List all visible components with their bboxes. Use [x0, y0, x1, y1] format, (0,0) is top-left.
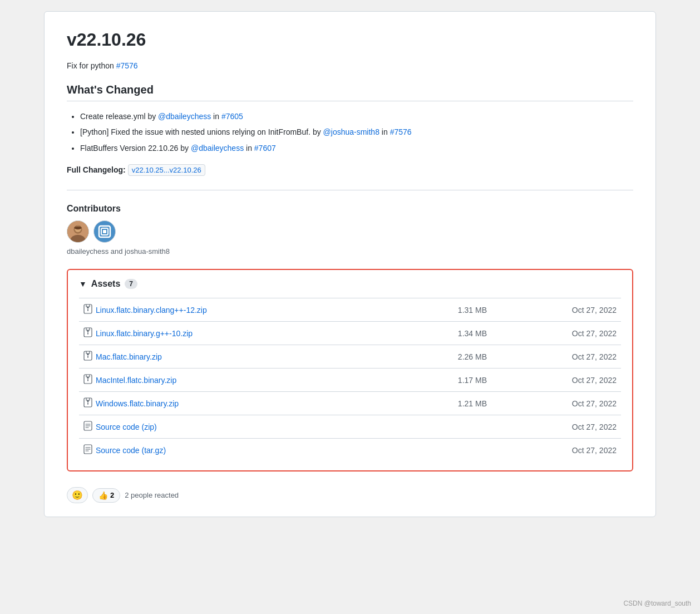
zip-icon — [83, 397, 92, 409]
svg-rect-15 — [87, 333, 88, 335]
smiley-icon: 🙂 — [72, 490, 83, 500]
avatar[interactable] — [67, 220, 89, 243]
list-item: FlatBuffers Version 22.10.26 by @dbailey… — [80, 142, 633, 154]
release-page: v22.10.26 Fix for python #7576 What's Ch… — [44, 11, 656, 517]
asset-name-cell: Source code (zip) — [79, 415, 400, 439]
change-text-middle: in — [379, 127, 390, 136]
svg-rect-21 — [87, 377, 89, 379]
contributors-section: Contributors dbailey — [67, 204, 633, 256]
asset-size: 2.26 MB — [400, 345, 491, 369]
author-link[interactable]: @joshua-smith8 — [323, 127, 379, 136]
svg-rect-19 — [87, 357, 88, 358]
table-row: Linux.flatc.binary.clang++-12.zip 1.31 M… — [79, 298, 621, 322]
table-row: Mac.flatc.binary.zip 2.26 MB Oct 27, 202… — [79, 345, 621, 369]
asset-name-cell: Linux.flatc.binary.g++-10.zip — [79, 322, 400, 345]
contributor-avatars — [67, 220, 633, 243]
svg-rect-22 — [87, 379, 88, 380]
full-changelog-link[interactable]: v22.10.25...v22.10.26 — [128, 164, 205, 176]
source-icon — [83, 421, 92, 433]
zip-icon — [83, 374, 92, 386]
asset-size: 1.34 MB — [400, 322, 491, 345]
zip-icon — [83, 304, 92, 316]
table-row: Linux.flatc.binary.g++-10.zip 1.34 MB Oc… — [79, 322, 621, 345]
full-changelog-label: Full Changelog: — [67, 165, 126, 174]
asset-link[interactable]: MacIntel.flatc.binary.zip — [96, 376, 176, 385]
contributors-divider — [67, 190, 633, 190]
list-item: Create release.yml by @dbaileychess in #… — [80, 110, 633, 122]
asset-size: 1.17 MB — [400, 369, 491, 392]
change-text-middle: in — [211, 112, 221, 121]
asset-date: Oct 27, 2022 — [491, 415, 621, 439]
source-icon — [83, 444, 92, 456]
reaction-text: 2 people reacted — [125, 491, 179, 499]
zip-icon — [83, 327, 92, 339]
asset-link[interactable]: Linux.flatc.binary.clang++-12.zip — [96, 306, 207, 315]
svg-rect-17 — [87, 353, 89, 355]
asset-name-cell: Mac.flatc.binary.zip — [79, 345, 400, 369]
add-reaction-button[interactable]: 🙂 — [67, 487, 88, 503]
avatar-image — [67, 220, 88, 243]
changes-list: Create release.yml by @dbaileychess in #… — [67, 110, 633, 154]
reaction-count: 2 — [110, 491, 114, 499]
contributor-names: dbaileychess and joshua-smith8 — [67, 247, 633, 256]
table-row: MacIntel.flatc.binary.zip 1.17 MB Oct 27… — [79, 369, 621, 392]
table-row: Source code (zip) Oct 27, 2022 — [79, 415, 621, 439]
svg-rect-27 — [87, 404, 88, 405]
table-row: Windows.flatc.binary.zip 1.21 MB Oct 27,… — [79, 392, 621, 415]
reactions-row: 🙂 👍 2 2 people reacted — [67, 483, 633, 503]
fix-issue-link[interactable]: #7576 — [116, 61, 138, 70]
asset-date: Oct 27, 2022 — [491, 298, 621, 322]
source-code-targz-link[interactable]: Source code (tar.gz) — [96, 446, 166, 455]
svg-rect-10 — [87, 309, 88, 310]
asset-name-cell: Source code (tar.gz) — [79, 439, 400, 462]
asset-name-cell: Linux.flatc.binary.clang++-12.zip — [79, 298, 400, 322]
asset-size: 1.21 MB — [400, 392, 491, 415]
change-text: [Python] Fixed the issue with nested uni… — [80, 127, 323, 136]
issue-link[interactable]: #7576 — [390, 127, 412, 136]
asset-size — [400, 415, 491, 439]
whats-changed-title: What's Changed — [67, 83, 633, 96]
watermark: CSDN @toward_south — [623, 600, 691, 607]
svg-rect-18 — [87, 356, 88, 357]
svg-point-4 — [74, 227, 81, 230]
thumbs-up-icon: 👍 — [98, 491, 108, 500]
assets-title: Assets — [91, 279, 120, 289]
contributors-title: Contributors — [67, 204, 633, 214]
author-link[interactable]: @dbaileychess — [191, 144, 244, 153]
issue-link[interactable]: #7607 — [254, 144, 276, 153]
section-divider — [67, 101, 633, 101]
thumbs-up-reaction[interactable]: 👍 2 — [92, 488, 120, 503]
change-text: FlatBuffers Version 22.10.26 by — [80, 144, 191, 153]
change-text-middle: in — [244, 144, 254, 153]
svg-rect-23 — [87, 380, 88, 381]
zip-icon — [83, 351, 92, 362]
assets-table: Linux.flatc.binary.clang++-12.zip 1.31 M… — [79, 298, 621, 461]
author-link[interactable]: @dbaileychess — [158, 112, 211, 121]
asset-date: Oct 27, 2022 — [491, 392, 621, 415]
table-row: Source code (tar.gz) Oct 27, 2022 — [79, 439, 621, 462]
avatar[interactable] — [93, 220, 116, 243]
assets-section: ▼ Assets 7 Linux.flatc.binary.clang++-12… — [67, 269, 633, 471]
asset-name-cell: MacIntel.flatc.binary.zip — [79, 369, 400, 392]
full-changelog: Full Changelog: v22.10.25...v22.10.26 — [67, 165, 633, 174]
asset-link[interactable]: Windows.flatc.binary.zip — [96, 399, 179, 408]
issue-link[interactable]: #7605 — [221, 112, 243, 121]
version-title: v22.10.26 — [67, 30, 633, 50]
avatar-icon — [97, 224, 112, 239]
asset-size — [400, 439, 491, 462]
svg-rect-25 — [87, 400, 89, 402]
source-code-zip-link[interactable]: Source code (zip) — [96, 423, 157, 431]
fix-line-prefix: Fix for python — [67, 61, 116, 70]
asset-name-cell: Windows.flatc.binary.zip — [79, 392, 400, 415]
svg-rect-13 — [87, 330, 89, 332]
asset-link[interactable]: Linux.flatc.binary.g++-10.zip — [96, 329, 193, 338]
asset-date: Oct 27, 2022 — [491, 322, 621, 345]
svg-rect-9 — [87, 307, 89, 308]
asset-date: Oct 27, 2022 — [491, 439, 621, 462]
asset-date: Oct 27, 2022 — [491, 345, 621, 369]
asset-link[interactable]: Mac.flatc.binary.zip — [96, 352, 162, 361]
asset-size: 1.31 MB — [400, 298, 491, 322]
change-text: Create release.yml by — [80, 112, 158, 121]
svg-rect-11 — [87, 310, 88, 311]
assets-toggle-icon[interactable]: ▼ — [79, 279, 87, 288]
